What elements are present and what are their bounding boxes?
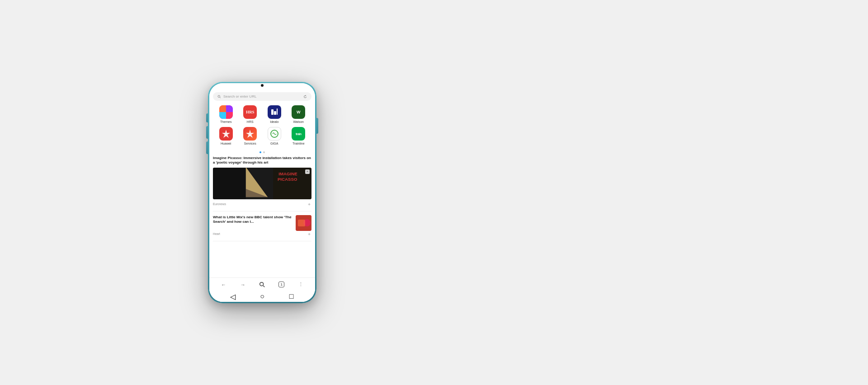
watson-label: Watson	[293, 120, 304, 123]
camera-notch	[259, 83, 265, 87]
svg-point-16	[260, 282, 264, 286]
app-row-2: Huawei Services	[214, 127, 311, 145]
themes-label: Themes	[220, 120, 231, 123]
volume-down-button	[206, 141, 208, 154]
trainline-icon-text: train	[296, 132, 302, 136]
app-watson[interactable]: W Watson	[289, 105, 307, 123]
android-back[interactable]: ◁	[229, 293, 236, 300]
app-idealo[interactable]: Idealo	[265, 105, 283, 123]
search-button[interactable]	[257, 279, 268, 290]
phone-screen: Search or enter URL	[209, 83, 315, 302]
news-source-row-1: Euronews ＋	[213, 201, 311, 207]
android-home[interactable]: ○	[259, 293, 266, 300]
news-source-1: Euronews	[213, 202, 226, 206]
svg-rect-9	[213, 168, 246, 199]
app-row-1: Themes HRS HRS	[214, 105, 311, 123]
giga-icon	[268, 127, 281, 141]
browser-content: Search or enter URL	[209, 89, 315, 302]
volume-up-button	[206, 126, 208, 139]
news-inline-2: What is Little Mix's new BBC talent show…	[213, 215, 311, 231]
app-themes[interactable]: Themes	[217, 105, 235, 123]
themes-icon	[219, 105, 233, 119]
news-thumb-2	[296, 215, 311, 231]
news-source-row-2: Heart ＋	[213, 231, 311, 237]
idealo-icon	[268, 105, 281, 119]
phone-frame: Search or enter URL	[208, 82, 316, 303]
picasso-artwork: IMAGINE PICASSO	[213, 168, 311, 199]
giga-label: GIGA	[270, 142, 278, 145]
dot-2	[263, 151, 265, 153]
svg-rect-3	[274, 111, 276, 115]
svg-point-0	[218, 95, 220, 98]
svg-line-17	[263, 286, 264, 287]
hrs-icon: HRS	[243, 105, 257, 119]
app-giga[interactable]: GIGA	[265, 127, 283, 145]
news-image-1: IMAGINE PICASSO ＋	[213, 168, 311, 199]
huawei-label: Huawei	[221, 142, 231, 145]
android-nav: ◁ ○ □	[209, 291, 315, 302]
news-item-1[interactable]: Imagine Picasso: Immersive installation …	[213, 156, 311, 211]
hrs-icon-text: HRS	[246, 110, 255, 114]
services-label: Services	[244, 142, 256, 145]
search-input[interactable]: Search or enter URL	[223, 94, 301, 99]
services-icon	[243, 127, 257, 141]
app-services[interactable]: Services	[241, 127, 259, 145]
watson-icon: W	[292, 105, 305, 119]
search-bar[interactable]: Search or enter URL	[213, 92, 311, 101]
pagination-dots	[209, 151, 315, 153]
app-huawei[interactable]: Huawei	[217, 127, 235, 145]
svg-text:PICASSO: PICASSO	[278, 177, 297, 182]
tabs-button[interactable]: 1	[276, 279, 287, 290]
news-section: Imagine Picasso: Immersive installation …	[209, 156, 315, 277]
news-add-1[interactable]: ＋	[307, 201, 311, 207]
idealo-label: Idealo	[270, 120, 278, 123]
refresh-icon[interactable]	[303, 95, 307, 99]
svg-rect-15	[298, 220, 305, 226]
back-button[interactable]: ←	[218, 279, 229, 290]
app-grid: Themes HRS HRS	[209, 103, 315, 150]
hrs-label: HRS	[247, 120, 254, 123]
power-button	[316, 118, 318, 134]
app-trainline[interactable]: train Trainline	[289, 127, 307, 145]
forward-button[interactable]: →	[237, 279, 248, 290]
mute-button	[206, 113, 208, 122]
bottom-nav: ← → 1 ⋮	[209, 277, 315, 291]
svg-rect-2	[271, 109, 274, 115]
svg-rect-4	[277, 108, 278, 115]
android-recents[interactable]: □	[288, 293, 295, 300]
trainline-icon: train	[292, 127, 305, 141]
menu-button[interactable]: ⋮	[296, 279, 307, 290]
news-title-2: What is Little Mix's new BBC talent show…	[213, 215, 293, 225]
tabs-count-badge: 1	[278, 282, 284, 287]
bookmark-icon[interactable]: ＋	[305, 169, 310, 174]
news-item-2[interactable]: What is Little Mix's new BBC talent show…	[213, 215, 311, 241]
news-title-1: Imagine Picasso: Immersive installation …	[213, 156, 311, 165]
dot-1	[259, 151, 261, 153]
news-add-2[interactable]: ＋	[307, 231, 311, 237]
trainline-label: Trainline	[292, 142, 305, 145]
huawei-icon	[219, 127, 233, 141]
search-icon	[217, 95, 221, 99]
watson-icon-text: W	[297, 110, 301, 114]
svg-text:IMAGINE: IMAGINE	[278, 171, 297, 176]
app-hrs[interactable]: HRS HRS	[241, 105, 259, 123]
svg-line-1	[220, 97, 221, 98]
news-source-2: Heart	[213, 232, 220, 235]
phone-mockup: Search or enter URL	[208, 82, 316, 303]
